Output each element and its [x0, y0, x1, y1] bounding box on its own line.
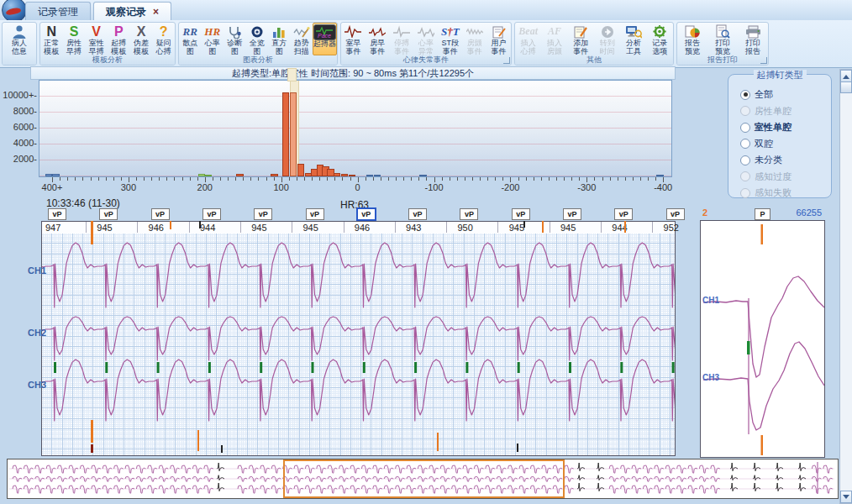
insert-af-button[interactable]: AF插入 房颤	[541, 23, 567, 55]
histogram-bar[interactable]	[374, 175, 381, 176]
histogram-bar[interactable]	[297, 164, 305, 176]
ventricular-premature-button[interactable]: V室性 早搏	[85, 23, 108, 55]
normal-template-button[interactable]: N正常 模板	[40, 23, 63, 55]
radio-icon	[740, 139, 750, 149]
paced-template-button[interactable]: P起搏 模板	[108, 23, 130, 55]
pacing-option-3[interactable]: 双腔	[740, 138, 773, 150]
atrial-premature-button[interactable]: S房性 早搏	[63, 23, 86, 55]
button-label: 起搏 模板	[111, 39, 126, 55]
button-label: 房早 事件	[370, 39, 385, 55]
beat-annotation-box[interactable]: vP	[151, 208, 170, 220]
histogram-chart-button[interactable]: 直方图	[268, 23, 291, 55]
button-label: 全览图	[246, 39, 269, 55]
scroll-down-button[interactable]	[840, 491, 852, 503]
report-preview-button[interactable]: 报告 预览	[677, 23, 707, 55]
beat-annotation-box[interactable]: vP	[614, 208, 633, 220]
radio-label: 室性单腔	[755, 121, 792, 134]
holter-analysis-window: 记录管理观察记录× 病人 信息N正常 模板S房性 早搏V室性 早搏P起搏 模板X…	[0, 0, 852, 504]
tab-close-icon[interactable]: ×	[153, 6, 159, 18]
histogram-bar[interactable]	[282, 92, 290, 176]
beat-annotation-box[interactable]: vP	[408, 208, 427, 220]
beat-annotation-box[interactable]: vP	[254, 208, 272, 220]
pacing-option-5[interactable]: 感知过度	[740, 171, 792, 183]
ecg-viewer[interactable]: 947945946944945945946943950945945944952	[41, 221, 676, 456]
beat-annotation-box[interactable]: vP	[563, 208, 581, 220]
artifact-template-button[interactable]: X伪差 模板	[130, 23, 153, 55]
pac-event-button[interactable]: 房早 事件	[366, 23, 390, 55]
dialog-launcher-icon[interactable]	[503, 57, 510, 64]
tab-record-manage[interactable]: 记录管理	[25, 2, 91, 20]
histogram-bar[interactable]	[656, 175, 664, 177]
goto-time-button[interactable]: 转到 时间	[594, 23, 620, 55]
trend-scan-button[interactable]: 趋势 扫描	[291, 23, 313, 55]
button-label: 病人 信息	[12, 39, 27, 55]
histogram-bar[interactable]	[334, 173, 341, 176]
beat-annotation-box[interactable]: vP	[666, 208, 685, 220]
pacing-option-4[interactable]: 未分类	[740, 154, 782, 166]
arrow-up-icon	[843, 71, 849, 79]
button-label: 添加 事件	[573, 39, 588, 55]
app-logo[interactable]	[2, 0, 27, 23]
histogram-bar[interactable]	[271, 174, 278, 176]
ecg-grid[interactable]	[42, 234, 675, 455]
pacing-option-1[interactable]: 房性单腔	[740, 105, 792, 118]
vertical-scrollbar[interactable]	[839, 69, 852, 504]
beat-detail-panel[interactable]	[700, 220, 825, 458]
dialog-launcher-icon[interactable]	[760, 57, 767, 64]
print-report-button[interactable]: 打印 报告	[738, 23, 768, 55]
beat-annotation-box[interactable]: vP	[202, 208, 221, 220]
histogram-bar[interactable]	[366, 175, 374, 177]
channel-label: CH2	[28, 328, 46, 338]
scroll-up-button[interactable]	[840, 70, 852, 82]
tab-observe-record[interactable]: 观察记录×	[93, 2, 171, 20]
patient-info-button[interactable]: 病人 信息	[3, 23, 36, 55]
pacemaker-button[interactable]: Pace起搏器	[313, 23, 337, 55]
beat-annotation-box[interactable]: vP	[460, 208, 478, 220]
st-event-button[interactable]: S†TST段 事件	[438, 23, 462, 55]
strip-selection-rect[interactable]	[283, 459, 565, 498]
rr-scatter-button[interactable]: RR散点图	[179, 23, 202, 55]
x-axis-tick	[182, 177, 183, 181]
question-beat-button[interactable]: ?疑问 心搏	[152, 23, 175, 55]
insert-beat-button[interactable]: Beat插入 心搏	[515, 23, 541, 55]
histogram-bar[interactable]	[236, 174, 244, 176]
heart-rate-chart-button[interactable]: HR心率图	[202, 23, 224, 55]
y-axis-label: 8000-	[2, 106, 37, 116]
histogram-bar[interactable]	[290, 92, 297, 176]
histogram-plot[interactable]	[39, 80, 672, 177]
x-axis-tick	[91, 177, 92, 181]
histogram-bar[interactable]	[205, 175, 213, 177]
pause-event-button[interactable]: 停搏 事件	[390, 23, 414, 55]
radio-label: 感知失败	[755, 186, 792, 199]
user-event-button[interactable]: 用户 事件	[486, 23, 511, 55]
histogram-bar[interactable]	[419, 175, 427, 177]
beat-annotation-box[interactable]: vP	[356, 207, 376, 221]
radio-icon	[740, 171, 750, 181]
pacing-option-0[interactable]: 全部	[740, 88, 773, 101]
x-axis-tick	[342, 177, 343, 181]
analysis-tools-button[interactable]: 分析 工具	[620, 23, 646, 55]
pacing-option-2[interactable]: 室性单腔	[740, 121, 792, 134]
scrollbar-thumb[interactable]	[840, 81, 852, 93]
diagnosis-chart-button[interactable]: 诊断图	[224, 23, 246, 55]
beat-annotation-box[interactable]: vP	[99, 208, 118, 220]
hr-abnormal-event-button[interactable]: 心率 异常	[414, 23, 439, 55]
add-event-button[interactable]: 添加 事件	[568, 23, 594, 55]
histogram-bar[interactable]	[341, 174, 349, 176]
radio-icon	[740, 106, 750, 116]
x-axis-tick	[518, 177, 519, 181]
beat-annotation-box[interactable]: vP	[48, 208, 66, 220]
histogram-bar[interactable]	[349, 175, 356, 176]
histogram-bar[interactable]	[52, 174, 60, 176]
pacing-option-6[interactable]: 感知失败	[740, 186, 792, 199]
record-options-button[interactable]: 记录 选项	[647, 23, 673, 55]
pvc-event-button[interactable]: 室早 事件	[341, 23, 366, 55]
button-label: 插入 房颤	[547, 39, 562, 55]
print-preview-button[interactable]: 打印 预览	[707, 23, 738, 55]
beat-annotation-box[interactable]: vP	[512, 208, 530, 220]
af-event-button[interactable]: 房颤 事件	[462, 23, 486, 55]
x-axis-tick	[602, 177, 603, 181]
y-axis-label: 6000-	[2, 122, 37, 132]
overview-chart-button[interactable]: 全览图	[246, 23, 269, 55]
beat-annotation-box[interactable]: vP	[306, 208, 324, 220]
